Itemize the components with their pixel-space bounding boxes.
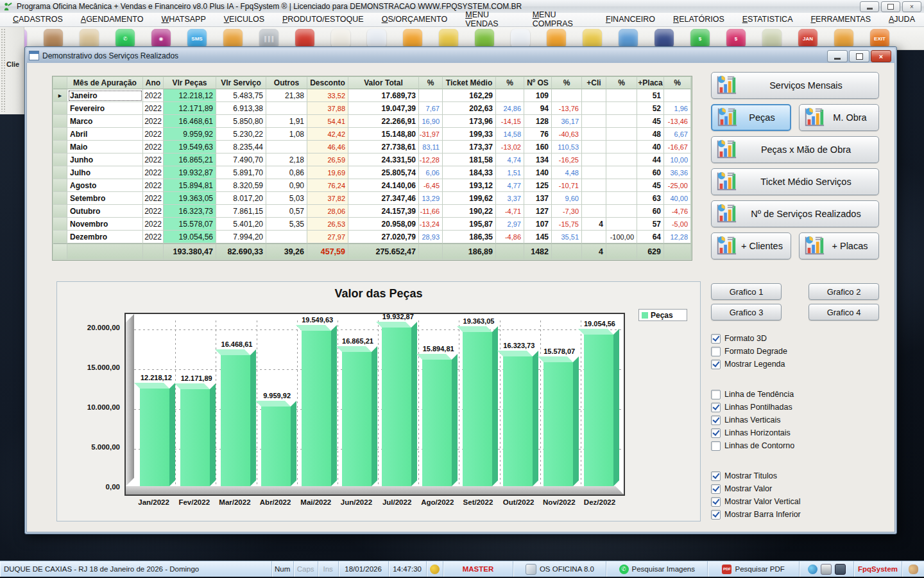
table-row[interactable]: Outubro202216.323,737.861,150,5728,0624.…	[53, 205, 691, 218]
relatorios-icon[interactable]	[511, 29, 530, 48]
column-header[interactable]: Nº OS	[524, 77, 552, 89]
row-selector[interactable]	[53, 102, 67, 115]
table-row[interactable]: Agosto202215.894,818.320,590,9076,2424.1…	[53, 179, 691, 192]
checkbox-linhas-de-contorno[interactable]: Linhas de Contorno	[711, 439, 879, 452]
carteira-icon[interactable]	[654, 29, 674, 48]
column-header[interactable]: +Placa	[637, 77, 664, 89]
column-header[interactable]: Desconto	[307, 77, 348, 89]
contabilidade-icon[interactable]	[583, 29, 602, 48]
checkbox-box[interactable]	[711, 334, 721, 344]
table-row[interactable]: Junho202216.865,217.490,702,1826,5924.33…	[53, 153, 691, 166]
checkbox-box[interactable]	[711, 416, 721, 425]
window-maximize-button[interactable]	[849, 50, 869, 62]
column-header[interactable]: %	[664, 77, 691, 89]
menu-item-cadastros[interactable]: CADASTROS	[4, 13, 72, 26]
checkbox-linhas-pontilhadas[interactable]: Linhas Pontilhadas	[711, 401, 879, 414]
checkbox-mostrar-valor[interactable]: Mostrar Valor	[711, 482, 879, 495]
row-selector[interactable]	[53, 205, 67, 218]
menu-item-veiculos[interactable]: VEICULOS	[215, 13, 273, 26]
window-minimize-button[interactable]	[827, 50, 848, 62]
checkbox-box[interactable]	[711, 484, 721, 494]
column-header[interactable]: +Cli	[582, 77, 606, 89]
checkbox-mostrar-titulos[interactable]: Mostrar Titulos	[711, 469, 879, 482]
menu-item-agendamento[interactable]: AGENDAMENTO	[72, 13, 153, 26]
table-row[interactable]: Marco202216.468,615.850,801,9154,4122.26…	[53, 115, 691, 128]
row-selector[interactable]	[53, 192, 67, 205]
sair-icon[interactable]: EXIT	[870, 29, 889, 48]
button-servicos-mensais[interactable]: Serviços Mensais	[711, 72, 879, 99]
row-selector-current[interactable]: ►	[53, 89, 67, 102]
menu-item-ajuda[interactable]: AJUDA	[880, 13, 924, 26]
menu-item-financeiro[interactable]: FINANCEIRO	[597, 13, 664, 26]
checkbox-linhas-horizontais[interactable]: Linhas Horizontais	[711, 426, 879, 439]
button-m-obra[interactable]: M. Obra	[799, 104, 879, 131]
contas-receber-icon[interactable]: $	[690, 29, 710, 48]
row-selector[interactable]	[53, 218, 67, 231]
graficos-icon[interactable]	[834, 29, 853, 48]
ordem-servico-icon[interactable]	[331, 29, 350, 48]
printer-icon[interactable]	[821, 564, 832, 575]
table-row[interactable]: Dezembro202219.054,567.994,2027,9727.020…	[53, 231, 691, 243]
contas-pagar-icon[interactable]: $	[726, 29, 746, 48]
button-pecas-x-mao-de-obra[interactable]: Peças x Mão de Obra	[711, 136, 879, 163]
row-selector[interactable]	[53, 153, 67, 166]
barcode-icon[interactable]: ║║║	[259, 29, 278, 48]
column-header[interactable]: Vlr Peças	[164, 77, 216, 89]
column-header[interactable]: Valor Total	[348, 77, 419, 89]
funcionarios-icon[interactable]	[80, 29, 99, 48]
column-header[interactable]: Ano	[143, 77, 164, 89]
column-header[interactable]: Vlr Serviço	[216, 77, 266, 89]
column-header[interactable]: Outros	[266, 77, 307, 89]
table-row[interactable]: Julho202219.932,875.891,700,8619,6925.80…	[53, 166, 691, 179]
dinheiro-icon[interactable]	[762, 29, 782, 48]
table-row[interactable]: Fevereiro202212.171,896.913,3837,8819.04…	[53, 102, 691, 115]
checkbox-box[interactable]	[711, 390, 721, 399]
button-grafico-1[interactable]: Grafico 1	[711, 283, 782, 300]
estatistica-icon[interactable]	[619, 29, 638, 48]
column-header[interactable]: Ticket Médio	[443, 77, 496, 89]
grafico-vendas-icon[interactable]	[223, 29, 243, 48]
checkbox-box[interactable]	[711, 471, 721, 481]
checkbox-mostrar-barra-inferior[interactable]: Mostrar Barra Inferior	[711, 508, 879, 521]
checkbox-box[interactable]	[711, 403, 721, 412]
window-title-bar[interactable]: Demonstrativo dos Serviços Realizados ×	[26, 48, 895, 63]
checkbox-linha-de-tend-ncia[interactable]: Linha de Tendência	[711, 388, 879, 401]
screen-icon[interactable]	[835, 564, 846, 575]
close-button[interactable]: ×	[902, 1, 921, 12]
button-grafico-3[interactable]: Grafico 3	[711, 304, 782, 320]
pasta-icon[interactable]	[403, 29, 422, 48]
button-mais-clientes[interactable]: + Clientes	[711, 232, 791, 259]
row-selector[interactable]	[53, 231, 67, 243]
checkbox-box[interactable]	[711, 441, 721, 451]
column-header[interactable]: %	[552, 77, 582, 89]
sms-icon[interactable]: SMS	[187, 29, 207, 48]
window-close-button[interactable]: ×	[871, 50, 891, 62]
row-selector[interactable]	[53, 179, 67, 192]
restore-button[interactable]	[881, 1, 900, 12]
table-row[interactable]: Maio202219.549,638.235,4446,4627.738,618…	[53, 141, 691, 153]
checkbox-mostrar-legenda[interactable]: Mostrar Legenda	[711, 358, 879, 371]
search-pdf-button[interactable]: PDFPesquisar PDF	[708, 561, 800, 577]
menu-item-estatistica[interactable]: ESTATISTICA	[733, 13, 802, 26]
table-row[interactable]: ►Janeiro202212.218,125.483,7521,3833,521…	[53, 89, 691, 102]
button-ticket-medio-servicos[interactable]: Ticket Médio Serviços	[711, 168, 879, 195]
button-mais-placas[interactable]: + Placas	[799, 232, 879, 259]
menu-item-whatsapp[interactable]: WHATSAPP	[153, 13, 215, 26]
whatsapp-icon[interactable]: ✆	[116, 29, 135, 48]
documentos-icon[interactable]	[367, 29, 386, 48]
instagram-icon[interactable]: ◉	[151, 29, 171, 48]
checkbox-box[interactable]	[711, 360, 721, 369]
table-row[interactable]: Novembro202215.578,075.401,205,3526,5320…	[53, 218, 691, 231]
column-header[interactable]: %	[606, 77, 637, 89]
checkbox-mostrar-valor-vertical[interactable]: Mostrar Valor Vertical	[711, 495, 879, 508]
checkbox-box[interactable]	[711, 510, 721, 520]
row-selector[interactable]	[53, 128, 67, 141]
checkbox-formato-degrade[interactable]: Formato Degrade	[711, 345, 879, 358]
fornecedores-icon[interactable]	[44, 29, 63, 48]
search-images-button[interactable]: ✆Pesquisar Imagens	[606, 561, 708, 577]
checkbox-box[interactable]	[711, 497, 721, 507]
table-row[interactable]: Abril20229.959,925.230,221,0842,4215.148…	[53, 128, 691, 141]
minimize-button[interactable]	[860, 1, 879, 12]
row-selector[interactable]	[53, 166, 67, 179]
row-selector[interactable]	[53, 141, 67, 153]
